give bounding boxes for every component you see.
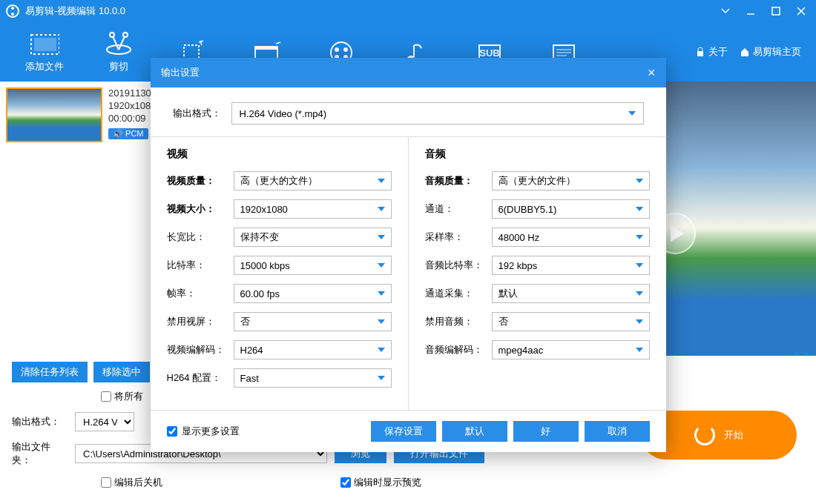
svg-rect-23 [697, 51, 703, 56]
show-more-label: 显示更多设置 [182, 425, 240, 438]
svg-point-5 [110, 33, 114, 37]
cut-icon [104, 30, 134, 59]
remove-selected-button[interactable]: 移除选中 [93, 362, 150, 382]
lock-icon [695, 47, 705, 57]
spinner-icon [694, 425, 715, 445]
show-more-checkbox[interactable] [167, 426, 177, 437]
video-bitrate-select[interactable]: 15000 kbps [234, 256, 392, 275]
minimize-icon[interactable] [742, 2, 760, 20]
home-link[interactable]: 易剪辑主页 [740, 45, 801, 59]
add-file-label: 添加文件 [25, 60, 64, 73]
video-heading: 视频 [167, 147, 392, 161]
modal-title: 输出设置 [161, 66, 200, 79]
save-settings-button[interactable]: 保存设置 [371, 421, 436, 442]
shutdown-label: 编辑后关机 [114, 476, 162, 489]
apply-all-checkbox[interactable] [101, 391, 111, 402]
output-format-select[interactable]: H.264 Video [75, 412, 134, 431]
output-format-label: 输出格式： [12, 415, 68, 428]
modal-format-select[interactable]: H.264 Video (*.mp4) [231, 102, 644, 125]
svg-rect-9 [255, 47, 277, 50]
video-aspect-select[interactable]: 保持不变 [234, 228, 392, 247]
audio-codec-select[interactable]: mpeg4aac [492, 340, 650, 359]
titlebar: 易剪辑-视频编辑 10.0.0 [0, 0, 816, 22]
audio-column: 音频 音频质量：高（更大的文件） 通道：6(DUBBY5.1) 采样率：4800… [408, 137, 666, 410]
svg-point-13 [343, 47, 348, 52]
audio-sample-select[interactable]: 48000 Hz [492, 228, 650, 247]
dropdown-icon[interactable] [717, 2, 734, 20]
chevron-down-icon [628, 111, 636, 116]
modal-titlebar: 输出设置 × [151, 58, 666, 87]
about-link[interactable]: 关于 [695, 45, 728, 59]
cut-label: 剪切 [109, 60, 128, 73]
video-quality-select[interactable]: 高（更大的文件） [234, 171, 392, 190]
modal-close-icon[interactable]: × [648, 65, 656, 81]
video-codec-select[interactable]: H264 [234, 340, 392, 359]
shutdown-checkbox[interactable] [101, 477, 111, 488]
video-column: 视频 视频质量：高（更大的文件） 视频大小：1920x1080 长宽比：保持不变… [151, 137, 408, 410]
svg-point-12 [335, 47, 339, 52]
video-size-select[interactable]: 1920x1080 [234, 199, 392, 219]
app-logo-icon [6, 4, 19, 18]
svg-rect-1 [772, 7, 780, 15]
maximize-icon[interactable] [767, 2, 785, 20]
clip-audio-badge: 🔊 PCM [108, 128, 148, 139]
svg-rect-3 [34, 38, 56, 51]
audio-bitrate-select[interactable]: 192 kbps [492, 256, 650, 275]
clip-thumbnail [6, 87, 102, 142]
clip-duration: 00:00:09 [108, 113, 156, 124]
default-button[interactable]: 默认 [442, 421, 507, 442]
cut-button[interactable]: 剪切 [82, 26, 156, 78]
audio-channel-select[interactable]: 6(DUBBY5.1) [492, 199, 650, 219]
clip-date: 20191130 [108, 87, 156, 99]
home-icon [740, 47, 750, 57]
video-disable-select[interactable]: 否 [234, 312, 392, 331]
audio-heading: 音频 [425, 147, 650, 161]
cancel-button[interactable]: 取消 [585, 421, 650, 442]
preview-label: 编辑时显示预览 [354, 476, 421, 489]
audio-capture-select[interactable]: 默认 [492, 284, 650, 303]
add-file-button[interactable]: 添加文件 [7, 26, 82, 78]
clip-resolution: 1920x1080 [108, 100, 156, 111]
apply-all-label: 将所有 [114, 390, 143, 403]
add-file-icon [30, 30, 59, 59]
output-settings-modal: 输出设置 × 输出格式： H.264 Video (*.mp4) 视频 视频质量… [151, 58, 666, 452]
video-fps-select[interactable]: 60.00 fps [234, 284, 392, 303]
output-folder-label: 输出文件夹： [12, 440, 68, 467]
svg-text:SUB: SUB [479, 47, 499, 59]
clear-list-button[interactable]: 清除任务列表 [12, 362, 88, 382]
app-title: 易剪辑-视频编辑 10.0.0 [25, 4, 125, 18]
close-icon[interactable] [792, 2, 810, 20]
video-profile-select[interactable]: Fast [234, 368, 392, 388]
audio-disable-select[interactable]: 否 [492, 312, 650, 331]
svg-point-6 [123, 33, 128, 37]
ok-button[interactable]: 好 [513, 421, 579, 442]
preview-checkbox[interactable] [340, 477, 351, 488]
modal-format-label: 输出格式： [173, 107, 221, 120]
audio-quality-select[interactable]: 高（更大的文件） [492, 171, 650, 190]
